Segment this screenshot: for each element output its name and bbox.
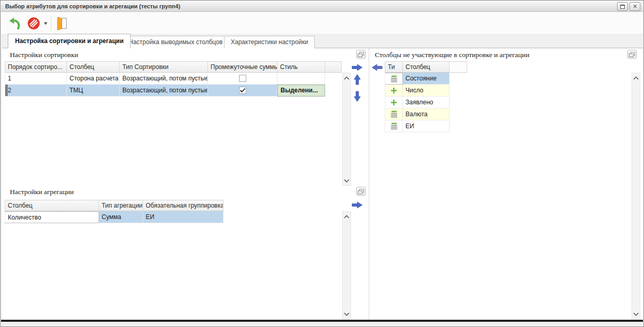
- subtotals-checkbox-checked[interactable]: [239, 87, 246, 94]
- checkmark-icon: [240, 88, 246, 93]
- header-style[interactable]: Стиль: [277, 61, 325, 73]
- available-grid-scrollbar[interactable]: [632, 73, 640, 319]
- cell-order[interactable]: 2: [5, 85, 67, 97]
- available-row-chislo[interactable]: Число: [385, 85, 450, 97]
- content-area: Настройки сортировки Порядок сортиро... …: [2, 48, 643, 321]
- column-cell[interactable]: Число: [403, 85, 450, 97]
- selected-row-indicator: [5, 85, 8, 97]
- available-row-zayavleno[interactable]: Заявлено: [385, 97, 450, 108]
- scroll-up-icon[interactable]: [343, 213, 350, 221]
- available-panel-window-button[interactable]: [627, 50, 637, 59]
- type-cell[interactable]: [385, 73, 403, 85]
- sort-row-2-selected[interactable]: 2 ТМЦ Возрастающий, потом пустые Выделен…: [5, 85, 325, 97]
- cancel-settings-button[interactable]: [26, 16, 41, 31]
- header-mandatory-grouping[interactable]: Обязательная группировка: [143, 200, 223, 211]
- scroll-down-icon[interactable]: [343, 176, 350, 184]
- type-cell[interactable]: [385, 108, 403, 120]
- aggregation-move-right-button[interactable]: [352, 199, 363, 211]
- tab-sorting-aggregation[interactable]: Настройка сортировки и агрегации: [8, 34, 131, 48]
- aggregation-row-1[interactable]: Количество Сумма ЕИ: [5, 211, 223, 223]
- type-cell[interactable]: [385, 97, 403, 108]
- cell-column[interactable]: Сторона расчета: [67, 73, 120, 85]
- subtotals-checkbox-unchecked[interactable]: [239, 75, 246, 82]
- header-sort-type[interactable]: Тип Сортировки: [120, 61, 208, 73]
- cell-sort-type[interactable]: Возрастающий, потом пустые: [120, 85, 208, 97]
- plus-type-icon: [390, 99, 397, 106]
- cascade-window-icon: [358, 189, 364, 194]
- cell-subtotals: [208, 85, 277, 97]
- cell-agg-type[interactable]: Сумма: [99, 211, 143, 223]
- aggregation-grid-scrollbar[interactable]: [342, 211, 351, 319]
- column-cell[interactable]: Состояние: [403, 73, 450, 85]
- sort-panel-window-button[interactable]: [356, 50, 366, 59]
- header-filler: [325, 61, 342, 73]
- header-type[interactable]: Ти: [385, 61, 403, 73]
- cancel-dropdown-caret-icon[interactable]: [44, 22, 47, 25]
- header-filler: [450, 61, 467, 73]
- window-title: Выбор атрибутов для сортировки и агрегац…: [5, 3, 180, 9]
- tab-output-columns[interactable]: Настройка выводимых столбцов: [122, 36, 229, 48]
- available-row-ei[interactable]: ЕИ: [385, 120, 450, 132]
- sort-row-1[interactable]: 1 Сторона расчета Возрастающий, потом пу…: [5, 73, 325, 85]
- move-down-button[interactable]: [352, 91, 363, 102]
- aggregation-panel-caption: Настройки агрегации: [10, 188, 74, 196]
- scroll-down-icon[interactable]: [343, 310, 350, 318]
- plus-type-icon: [390, 87, 397, 94]
- tab-label: Настройка сортировки и агрегации: [15, 37, 123, 45]
- undo-icon: [7, 17, 21, 30]
- available-grid-header: Ти Столбец: [385, 61, 467, 73]
- type-cell[interactable]: [385, 120, 403, 132]
- cell-column[interactable]: Количество: [5, 211, 99, 223]
- cell-subtotals: [208, 73, 277, 85]
- scroll-up-icon[interactable]: [633, 74, 639, 82]
- type-cell[interactable]: [385, 85, 403, 97]
- scroll-down-icon[interactable]: [633, 310, 639, 318]
- header-column[interactable]: Столбец: [5, 200, 99, 211]
- header-sort-order[interactable]: Порядок сортиро...: [5, 61, 67, 73]
- header-agg-type[interactable]: Тип агрегации: [99, 200, 143, 211]
- column-cell[interactable]: ЕИ: [403, 120, 450, 132]
- title-bar[interactable]: Выбор атрибутов для сортировки и агрегац…: [1, 1, 643, 12]
- cell-style[interactable]: [277, 73, 325, 85]
- cascade-window-icon: [629, 52, 635, 57]
- column-cell[interactable]: Заявлено: [403, 97, 450, 108]
- exit-door-icon: [55, 16, 68, 31]
- cell-column[interactable]: ТМЦ: [67, 85, 120, 97]
- aggregation-panel-window-button[interactable]: [356, 187, 366, 196]
- cascade-window-icon: [358, 52, 364, 57]
- bottom-divider: [1, 320, 643, 322]
- header-column[interactable]: Столбец: [67, 61, 120, 73]
- cell-style-highlight[interactable]: Выделени...: [277, 85, 325, 97]
- list-type-icon: [390, 75, 398, 83]
- scroll-up-icon[interactable]: [343, 74, 350, 82]
- header-column[interactable]: Столбец: [403, 61, 450, 73]
- cell-sort-type[interactable]: Возрастающий, потом пустые: [120, 73, 208, 85]
- available-row-sostoyanie[interactable]: Состояние: [385, 73, 450, 85]
- column-cell[interactable]: Валюта: [403, 108, 450, 120]
- available-panel-caption: Столбцы не участвующие в сортировке и аг…: [375, 51, 529, 59]
- move-left-button[interactable]: [371, 62, 383, 73]
- move-right-button[interactable]: [352, 62, 363, 73]
- move-up-button[interactable]: [352, 74, 363, 85]
- sort-grid-header: Порядок сортиро... Столбец Тип Сортировк…: [5, 61, 342, 73]
- tab-label: Характеристики настройки: [231, 38, 308, 46]
- sort-panel-caption: Настройки сортировки: [10, 51, 78, 59]
- tab-settings-characteristics[interactable]: Характеристики настройки: [224, 36, 315, 48]
- sort-grid-scrollbar[interactable]: [342, 73, 351, 186]
- arrow-right-icon: [352, 64, 363, 71]
- toolbar-separator: [51, 16, 51, 31]
- maximize-button[interactable]: [617, 2, 628, 11]
- cell-grouping[interactable]: ЕИ: [143, 211, 223, 223]
- cell-order[interactable]: 1: [5, 73, 67, 85]
- close-button[interactable]: ✕: [629, 2, 640, 11]
- undo-button[interactable]: [6, 16, 22, 31]
- panel-splitter[interactable]: [369, 48, 369, 321]
- arrow-up-icon: [354, 74, 361, 85]
- arrow-down-icon: [354, 91, 361, 102]
- tab-bar: Настройка сортировки и агрегации Настрой…: [1, 34, 643, 48]
- arrow-right-icon: [352, 201, 363, 209]
- tab-label: Настройка выводимых столбцов: [129, 38, 222, 46]
- available-row-valyuta[interactable]: Валюта: [385, 108, 450, 120]
- exit-button[interactable]: [54, 16, 69, 31]
- header-subtotals[interactable]: Промежуточные суммы: [208, 61, 277, 73]
